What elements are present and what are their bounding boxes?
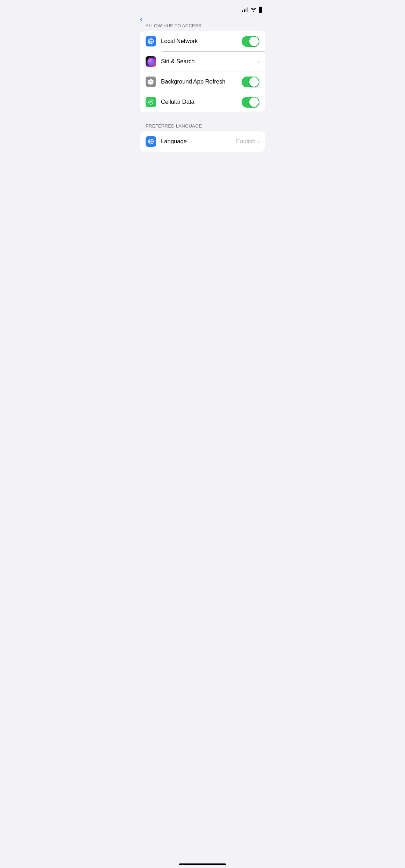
globe-icon (146, 136, 156, 147)
row-label-cellular-data: Cellular Data (161, 99, 242, 106)
battery-icon (259, 7, 262, 13)
toggle-background-refresh[interactable] (242, 77, 259, 87)
chevron-right-icon: › (258, 138, 259, 145)
toggle-local-network[interactable] (242, 36, 259, 47)
right-text-language: English (236, 138, 256, 145)
cellular-icon (146, 97, 156, 107)
settings-row-siri-search[interactable]: Siri & Search › (140, 51, 265, 72)
row-label-siri-search: Siri & Search (161, 58, 258, 65)
back-button[interactable]: ‹ (140, 16, 144, 22)
siri-icon (147, 58, 154, 65)
siri-icon (146, 56, 156, 67)
row-label-local-network: Local Network (161, 38, 242, 45)
signal-icon (242, 7, 248, 12)
chevron-right-icon: › (258, 58, 259, 65)
section-header-preferred-language: PREFERRED LANGUAGE (140, 123, 265, 131)
status-bar (134, 0, 271, 17)
back-chevron-icon: ‹ (140, 15, 142, 22)
section-allow-access: ALLOW HUE TO ACCESS Local Network Siri &… (140, 23, 265, 112)
gear-icon (146, 77, 156, 87)
settings-row-language[interactable]: Language English › (140, 131, 265, 152)
status-icons (242, 7, 262, 13)
row-label-language: Language (161, 138, 236, 145)
toggle-cellular-data[interactable] (242, 97, 259, 108)
svg-point-6 (150, 102, 151, 103)
settings-row-background-refresh[interactable]: Background App Refresh (140, 72, 265, 92)
wifi-icon (250, 7, 257, 12)
settings-row-cellular-data[interactable]: Cellular Data (140, 92, 265, 112)
section-preferred-language: PREFERRED LANGUAGE Language English › (140, 123, 265, 152)
settings-group-preferred-language: Language English › (140, 131, 265, 152)
row-label-background-refresh: Background App Refresh (161, 78, 242, 85)
globe-icon (146, 36, 156, 46)
row-right-language: English › (236, 138, 259, 145)
svg-point-5 (148, 100, 153, 104)
settings-group-allow-access: Local Network Siri & Search › Background… (140, 31, 265, 112)
settings-container: ALLOW HUE TO ACCESS Local Network Siri &… (134, 23, 271, 152)
nav-bar: ‹ (134, 17, 271, 23)
settings-row-local-network[interactable]: Local Network (140, 31, 265, 51)
section-header-allow-access: ALLOW HUE TO ACCESS (140, 23, 265, 31)
